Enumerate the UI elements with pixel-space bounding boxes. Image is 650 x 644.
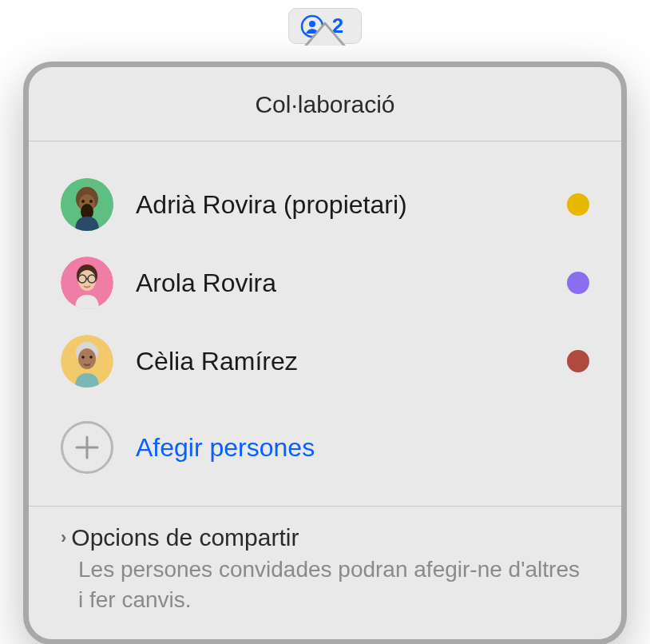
- add-people-label: Afegir persones: [136, 433, 315, 463]
- share-options-row[interactable]: › Opcions de compartir Les persones conv…: [29, 506, 621, 639]
- chevron-right-icon: ›: [61, 527, 66, 548]
- svg-point-17: [81, 356, 85, 359]
- collaboration-popover: Col·laboració Adrià Rovira (propietari): [23, 62, 627, 644]
- participants-list: Adrià Rovira (propietari): [29, 141, 621, 506]
- participant-row[interactable]: Arola Rovira: [61, 244, 589, 322]
- avatar: [61, 335, 113, 388]
- collaboration-popover-wrap: Col·laboració Adrià Rovira (propietari): [23, 42, 627, 644]
- plus-circle-icon: [61, 421, 113, 474]
- svg-point-6: [89, 200, 93, 203]
- participant-color-dot: [567, 350, 589, 372]
- svg-point-16: [78, 348, 96, 369]
- participant-row[interactable]: Cèlia Ramírez: [61, 322, 589, 400]
- avatar: [61, 256, 113, 309]
- participant-color-dot: [567, 193, 589, 216]
- participant-row[interactable]: Adrià Rovira (propietari): [61, 165, 589, 244]
- avatar: [61, 178, 113, 231]
- share-options-title: Opcions de compartir: [71, 524, 299, 551]
- svg-point-18: [89, 356, 93, 359]
- participant-name: Arola Rovira: [136, 268, 545, 298]
- add-people-button[interactable]: Afegir persones: [61, 400, 589, 498]
- popover-title: Col·laboració: [29, 67, 621, 141]
- svg-point-5: [81, 200, 85, 203]
- participant-name: Cèlia Ramírez: [136, 347, 545, 376]
- participant-name: Adrià Rovira (propietari): [136, 190, 545, 220]
- share-options-subtitle: Les persones convidades podran afegir-ne…: [78, 555, 589, 615]
- participant-color-dot: [567, 272, 589, 294]
